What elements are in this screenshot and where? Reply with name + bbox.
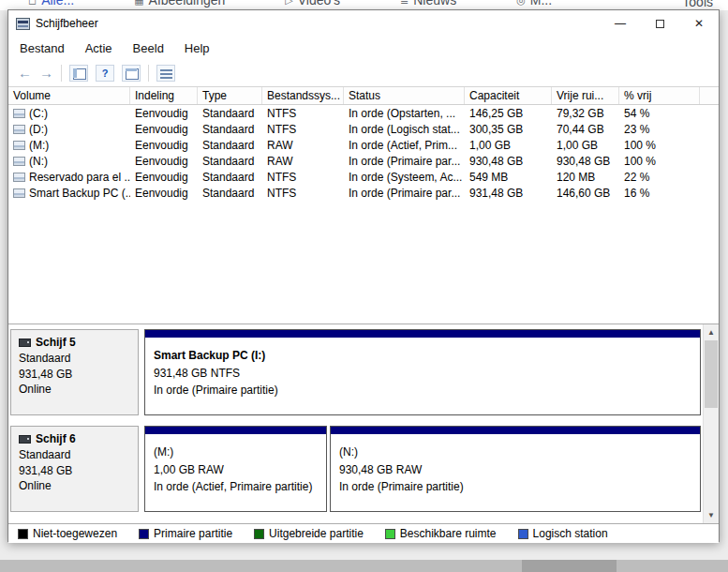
legend-swatch xyxy=(139,529,149,539)
table-row[interactable]: Reservado para el ... Eenvoudig Standaar… xyxy=(8,169,719,185)
forward-icon[interactable]: → xyxy=(39,66,53,80)
tab-label: M... xyxy=(530,0,552,8)
column-type[interactable]: Type xyxy=(198,87,262,104)
legend-label: Primaire partitie xyxy=(154,527,232,540)
column-vrije-ruimte[interactable]: Vrije rui... xyxy=(552,87,619,104)
cell-vrij: 79,32 GB xyxy=(552,105,619,121)
back-icon[interactable]: ← xyxy=(18,66,32,80)
disk-name: Schijf 6 xyxy=(36,431,76,447)
cell-indeling: Eenvoudig xyxy=(130,137,198,153)
cell-fs: RAW xyxy=(262,137,344,153)
column-bestandssysteem[interactable]: Bestandssys... xyxy=(262,87,344,104)
column-capaciteit[interactable]: Capaciteit xyxy=(465,87,552,104)
menu-bestand[interactable]: Bestand xyxy=(20,41,65,55)
toolbar-separator xyxy=(61,65,62,82)
partition-status: In orde (Primaire partitie) xyxy=(339,478,691,496)
titlebar[interactable]: Schijfbeheer — ✕ xyxy=(8,10,719,37)
tab-nieuws[interactable]: ≣ Nieuws xyxy=(400,0,456,8)
cell-status: In orde (Primaire par... xyxy=(344,153,465,169)
action-pane-icon[interactable] xyxy=(156,65,175,82)
properties-icon[interactable] xyxy=(122,65,141,82)
tab-afbeeldingen[interactable]: ▦ Afbeeldingen xyxy=(134,0,225,8)
scroll-up-icon[interactable]: ▲ xyxy=(704,324,719,340)
partition-label: (M:) xyxy=(154,444,318,461)
disk-info[interactable]: Schijf 5 Standaard 931,48 GB Online xyxy=(10,329,139,415)
tab-label: Afbeeldingen xyxy=(149,0,226,8)
toolbar-separator xyxy=(148,65,149,82)
play-icon: ▷ xyxy=(285,0,292,7)
tab-videos[interactable]: ▷ Video's xyxy=(285,0,340,8)
cell-type: Standaard xyxy=(198,153,262,169)
help-icon[interactable]: ? xyxy=(96,65,114,82)
news-icon: ≣ xyxy=(400,0,409,7)
menu-actie[interactable]: Actie xyxy=(85,41,112,55)
volume-icon xyxy=(13,109,25,118)
tab-alle[interactable]: ◻ Alle... xyxy=(28,0,74,8)
volume-icon xyxy=(13,188,25,198)
disk-name: Schijf 5 xyxy=(36,335,76,351)
cell-pct: 16 % xyxy=(619,185,700,201)
cell-indeling: Eenvoudig xyxy=(130,185,198,201)
close-button[interactable]: ✕ xyxy=(679,10,719,37)
legend-label: Niet-toegewezen xyxy=(33,527,117,540)
scroll-down-icon[interactable]: ▼ xyxy=(704,507,719,523)
cell-fs: NTFS xyxy=(262,185,344,201)
cell-capaciteit: 146,25 GB xyxy=(465,105,552,121)
legend-logisch-station: Logisch station xyxy=(518,527,608,540)
disk-size: 931,48 GB xyxy=(19,367,130,383)
maximize-button[interactable] xyxy=(640,10,679,37)
cell-pct: 23 % xyxy=(619,121,700,137)
volume-icon xyxy=(13,157,25,166)
minimize-button[interactable]: — xyxy=(601,10,640,37)
cell-volume: (D:) xyxy=(29,123,48,136)
disk-info[interactable]: Schijf 6 Standaard 931,48 GB Online xyxy=(10,426,139,512)
window-title: Schijfbeheer xyxy=(36,17,98,30)
cell-type: Standaard xyxy=(198,121,262,137)
partition-n[interactable]: (N:) 930,48 GB RAW In orde (Primaire par… xyxy=(330,426,701,512)
partition-size: 930,48 GB RAW xyxy=(339,461,691,479)
tab-label: Video's xyxy=(298,0,340,8)
cell-pct: 100 % xyxy=(619,153,700,169)
table-row[interactable]: (M:) Eenvoudig Standaard RAW In orde (Ac… xyxy=(8,137,719,153)
partition-status: In orde (Primaire partitie) xyxy=(154,382,691,399)
column-pct-vrij[interactable]: % vrij xyxy=(619,87,700,104)
vertical-scrollbar[interactable]: ▲ ▼ xyxy=(703,324,719,523)
partition-color-bar xyxy=(145,427,326,434)
tab-maps[interactable]: ◎ M... xyxy=(516,0,552,8)
cell-status: In orde (Logisch stat... xyxy=(344,121,465,137)
column-status[interactable]: Status xyxy=(344,87,465,104)
legend-beschikbare-ruimte: Beschikbare ruimte xyxy=(385,527,497,540)
disk-status: Online xyxy=(19,478,130,494)
column-indeling[interactable]: Indeling xyxy=(130,87,198,104)
cell-status: In orde (Opstarten, ... xyxy=(344,105,465,121)
table-row[interactable]: (C:) Eenvoudig Standaard NTFS In orde (O… xyxy=(8,105,719,121)
legend-primaire-partitie: Primaire partitie xyxy=(139,527,232,540)
cell-pct: 22 % xyxy=(619,169,700,185)
taskbar-button[interactable] xyxy=(522,560,617,572)
cell-fs: NTFS xyxy=(262,105,344,121)
partition-smart-backup-pc[interactable]: Smart Backup PC (I:) 931,48 GB NTFS In o… xyxy=(144,329,701,415)
legend-bar: Niet-toegewezen Primaire partitie Uitgeb… xyxy=(8,523,719,543)
cell-status: In orde (Primaire par... xyxy=(344,185,465,201)
disk-row-schijf-6: Schijf 6 Standaard 931,48 GB Online (M:)… xyxy=(10,426,701,512)
disk-size: 931,48 GB xyxy=(19,463,130,479)
cell-volume: (C:) xyxy=(29,107,48,120)
column-volume[interactable]: Volume xyxy=(8,87,130,104)
scrollbar-thumb[interactable] xyxy=(705,340,718,408)
table-row[interactable]: (N:) Eenvoudig Standaard RAW In orde (Pr… xyxy=(8,153,719,169)
disk-type: Standaard xyxy=(19,351,130,367)
menu-help[interactable]: Help xyxy=(185,41,210,55)
cell-pct: 100 % xyxy=(619,137,700,153)
menu-beeld[interactable]: Beeld xyxy=(133,41,164,55)
cell-status: In orde (Systeem, Ac... xyxy=(344,169,465,185)
console-tree-icon[interactable] xyxy=(69,65,88,82)
partition-m[interactable]: (M:) 1,00 GB RAW In orde (Actief, Primai… xyxy=(144,426,327,512)
tools-link[interactable]: Tools xyxy=(682,0,713,9)
cell-type: Standaard xyxy=(198,137,262,153)
maximize-icon xyxy=(656,20,664,28)
legend-niet-toegewezen: Niet-toegewezen xyxy=(18,527,117,540)
window-controls: — ✕ xyxy=(601,10,719,37)
table-row[interactable]: (D:) Eenvoudig Standaard NTFS In orde (L… xyxy=(8,121,719,137)
table-row[interactable]: Smart Backup PC (... Eenvoudig Standaard… xyxy=(8,185,719,201)
cell-pct: 54 % xyxy=(619,105,700,121)
